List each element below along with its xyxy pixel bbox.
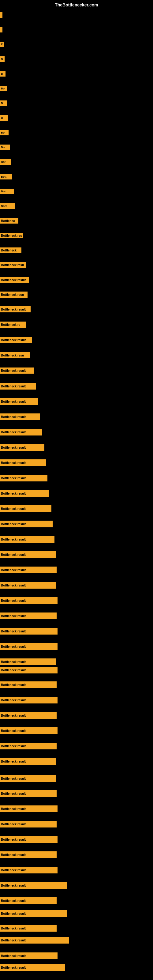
bar-item: Bottleneck result xyxy=(0,867,57,873)
bottleneck-bar: Bottleneck result xyxy=(0,429,42,436)
bar-item: Bottleneck result xyxy=(0,727,57,734)
bottleneck-bar: Bottleneck result xyxy=(0,712,57,719)
bottleneck-bar: Bottleneck result xyxy=(0,910,67,917)
bottleneck-bar: Bot xyxy=(0,159,11,165)
bottleneck-bar: B xyxy=(0,115,8,121)
bottleneck-bar: Bottleneck res xyxy=(0,233,23,238)
bar-item: Bott xyxy=(0,174,12,180)
bottleneck-bar: Bottleneck result xyxy=(0,536,54,542)
bottleneck-bar xyxy=(0,27,2,32)
bar-item: E xyxy=(0,41,4,47)
bottleneck-bar: Bottleneck result xyxy=(0,964,65,971)
bottleneck-bar: Bottleneck result xyxy=(0,775,56,782)
bar-item: Bottleneck result xyxy=(0,551,56,558)
bar-item: Bottleneck resu xyxy=(0,352,30,358)
bar-item: B xyxy=(0,100,7,106)
bar-item: Bottleneck result xyxy=(0,520,53,527)
bottleneck-bar: Bottleneck result xyxy=(0,368,34,374)
bar-item xyxy=(0,27,2,32)
bar-item: Bottleneck result xyxy=(0,953,57,959)
bottleneck-bar: Bottleneck result xyxy=(0,758,56,765)
bottleneck-bar: Bottleneck result xyxy=(0,697,57,703)
bar-item: Bo xyxy=(0,86,7,91)
bar-item: Bottlenec xyxy=(0,218,18,224)
bottleneck-bar: Bo xyxy=(0,130,9,135)
bottleneck-bar: Bo xyxy=(0,145,10,150)
bar-item: Bottleneck resu xyxy=(0,291,27,298)
bottleneck-bar: Bottleneck re xyxy=(0,321,26,328)
bar-item: Bottleneck result xyxy=(0,505,51,512)
bottleneck-bar: Bott xyxy=(0,189,14,194)
bottleneck-bar: Bottleneck result xyxy=(0,667,57,673)
bottleneck-bar: Bottleneck result xyxy=(0,566,57,573)
bottleneck-bar: Bottleneck result xyxy=(0,821,57,827)
bar-item: Bottleneck result xyxy=(0,712,57,719)
bottleneck-bar: B xyxy=(0,56,5,62)
bar-item: Bottleneck result xyxy=(0,643,57,650)
bar-item: Bottleneck result xyxy=(0,582,56,589)
bar-item: Bottleneck result xyxy=(0,277,29,283)
bottleneck-bar: Bottleneck result xyxy=(0,643,57,650)
bar-item: Bottl xyxy=(0,204,15,209)
bar-item: Bottleneck result xyxy=(0,758,56,765)
bar-item: Bottleneck result xyxy=(0,612,57,619)
bottleneck-bar: B xyxy=(0,71,5,76)
bar-item: Bottleneck result xyxy=(0,805,57,812)
bottleneck-bar: Bottleneck result xyxy=(0,851,57,858)
bar-item: Bottleneck result xyxy=(0,851,57,858)
bar-item: Bottleneck result xyxy=(0,743,57,749)
bar-item: Bottleneck result xyxy=(0,681,57,688)
bar-item: Bottleneck result xyxy=(0,383,36,390)
bar-item: Bottleneck result xyxy=(0,659,56,665)
bar-item: Bottleneck result xyxy=(0,910,67,917)
bottleneck-bar: Bottleneck result xyxy=(0,383,36,390)
bar-item: Bottleneck result xyxy=(0,566,57,573)
bar-item: Bottleneck result xyxy=(0,836,57,843)
bar-item: Bottleneck result xyxy=(0,775,56,782)
bottleneck-bar: Bottleneck result xyxy=(0,612,57,619)
bar-item: Bottleneck result xyxy=(0,925,57,932)
bar-item: Bottleneck result xyxy=(0,937,69,943)
bottleneck-bar: Bottleneck xyxy=(0,247,21,253)
bottleneck-bar: Bottleneck result xyxy=(0,414,40,420)
bottleneck-bar: Bottleneck result xyxy=(0,659,56,665)
bottleneck-bar: Bottleneck result xyxy=(0,306,30,312)
bottleneck-bar: Bottleneck result xyxy=(0,551,56,558)
bar-item: Bottleneck result xyxy=(0,821,57,827)
bar-item: B xyxy=(0,115,8,121)
bottleneck-bar: Bottl xyxy=(0,204,15,209)
bottleneck-bar: Bottleneck result xyxy=(0,790,57,797)
bottleneck-bar: Bottleneck resu xyxy=(0,352,30,358)
bottleneck-bar: Bottleneck result xyxy=(0,337,32,343)
bar-item: Bottleneck result xyxy=(0,964,65,971)
bottleneck-bar: Bottleneck result xyxy=(0,628,57,635)
bar-item: Bottleneck result xyxy=(0,460,46,466)
bottleneck-bar: Bottleneck result xyxy=(0,805,57,812)
bar-item: B xyxy=(0,71,5,76)
bar-item: Bo xyxy=(0,130,9,135)
bottleneck-bar: Bottleneck resu xyxy=(0,291,27,298)
bar-item: Bottleneck result xyxy=(0,429,42,436)
bar-item: Bottleneck result xyxy=(0,306,30,312)
bottleneck-bar: Bottleneck result xyxy=(0,597,57,604)
bar-item: Bottleneck result xyxy=(0,368,34,374)
bar-item xyxy=(0,12,2,18)
bar-item: Bottleneck result xyxy=(0,414,40,420)
bottleneck-bar: Bo xyxy=(0,86,7,91)
bar-item: Bottleneck result xyxy=(0,337,32,343)
bottleneck-bar: Bottleneck result xyxy=(0,727,57,734)
bottleneck-bar: Bottleneck result xyxy=(0,444,45,451)
bar-item: Bottleneck result xyxy=(0,536,54,542)
bottleneck-bar: Bottleneck result xyxy=(0,937,69,943)
site-title: TheBottlenecker.com xyxy=(55,2,98,7)
bar-item: Bottleneck result xyxy=(0,475,48,481)
bar-item: Bottleneck result xyxy=(0,444,45,451)
bar-item: Bottleneck result xyxy=(0,697,57,703)
bar-item: Bottleneck result xyxy=(0,667,57,673)
bottleneck-bar: Bottleneck result xyxy=(0,743,57,749)
bottleneck-bar: Bottleneck result xyxy=(0,475,48,481)
bottleneck-bar: Bottleneck result xyxy=(0,836,57,843)
bar-item: Bottleneck result xyxy=(0,882,67,889)
bottleneck-bar: Bott xyxy=(0,174,12,180)
bar-item: Bo xyxy=(0,145,10,150)
